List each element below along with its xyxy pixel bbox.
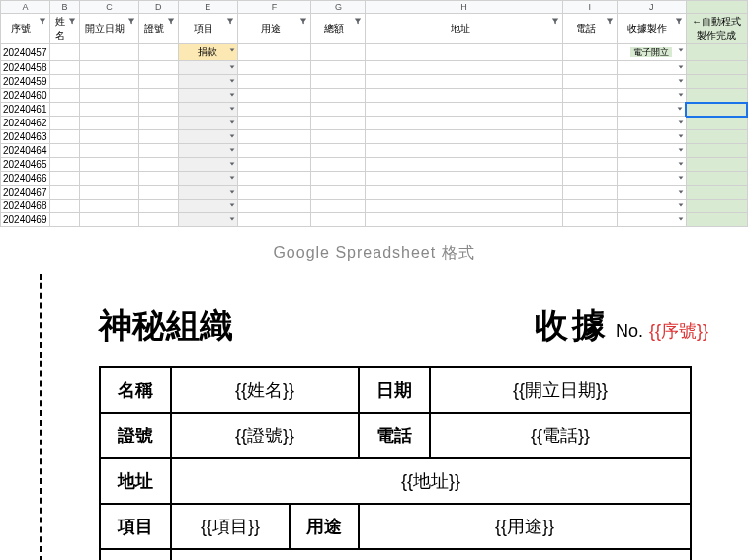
cell[interactable] [311, 186, 366, 200]
cell[interactable] [49, 200, 79, 213]
cell[interactable] [237, 89, 311, 103]
cell[interactable] [49, 186, 79, 200]
chevron-down-icon[interactable] [677, 159, 685, 170]
cell[interactable] [138, 172, 178, 186]
cell-auto[interactable] [686, 158, 747, 172]
cell-seq[interactable]: 20240460 [1, 89, 50, 103]
col-letter[interactable]: D [138, 1, 178, 14]
filter-icon[interactable] [674, 16, 684, 26]
cell-item-dropdown[interactable] [178, 200, 237, 213]
cell-seq[interactable]: 20240466 [1, 172, 50, 186]
col-letter[interactable]: F [237, 1, 311, 14]
filter-icon[interactable] [67, 16, 77, 26]
cell-seq[interactable]: 20240463 [1, 130, 50, 144]
chevron-down-icon[interactable] [228, 173, 236, 184]
chevron-down-icon[interactable] [676, 104, 684, 115]
cell[interactable] [311, 200, 366, 213]
chevron-down-icon[interactable] [677, 131, 685, 142]
cell[interactable] [562, 158, 617, 172]
col-letter[interactable]: C [79, 1, 138, 14]
cell[interactable] [237, 130, 311, 144]
chevron-down-icon[interactable] [228, 104, 236, 115]
chevron-down-icon[interactable] [228, 159, 236, 170]
cell[interactable] [79, 213, 138, 227]
cell[interactable] [49, 117, 79, 130]
filter-icon[interactable] [166, 16, 176, 26]
filter-icon[interactable] [550, 16, 560, 26]
chevron-down-icon[interactable] [228, 90, 236, 101]
cell-item-dropdown[interactable] [178, 117, 237, 130]
col-letter[interactable]: I [562, 1, 617, 14]
cell[interactable] [366, 144, 562, 158]
cell[interactable] [49, 75, 79, 89]
header-item[interactable]: 項目 [178, 14, 237, 44]
cell[interactable] [237, 44, 311, 61]
cell[interactable] [79, 144, 138, 158]
cell-item-dropdown[interactable]: 捐款 [178, 44, 237, 61]
cell[interactable] [138, 61, 178, 75]
cell[interactable] [49, 89, 79, 103]
header-id[interactable]: 證號 [138, 14, 178, 44]
chevron-down-icon[interactable] [228, 214, 236, 225]
col-letter[interactable]: A [1, 1, 50, 14]
cell-seq[interactable]: 20240458 [1, 61, 50, 75]
cell[interactable] [79, 61, 138, 75]
cell[interactable] [562, 75, 617, 89]
cell-seq[interactable]: 20240462 [1, 117, 50, 130]
cell-item-dropdown[interactable] [178, 89, 237, 103]
cell[interactable] [138, 200, 178, 213]
filter-icon[interactable] [225, 16, 235, 26]
cell[interactable] [138, 117, 178, 130]
cell[interactable] [237, 117, 311, 130]
cell[interactable] [562, 89, 617, 103]
cell[interactable] [366, 75, 562, 89]
cell-receipt-dropdown[interactable] [617, 89, 686, 103]
cell[interactable] [237, 144, 311, 158]
cell[interactable] [49, 172, 79, 186]
cell[interactable] [138, 213, 178, 227]
chevron-down-icon[interactable] [677, 118, 685, 128]
cell[interactable] [562, 172, 617, 186]
cell[interactable] [311, 130, 366, 144]
cell[interactable] [237, 75, 311, 89]
header-addr[interactable]: 地址 [366, 14, 562, 44]
cell-receipt-dropdown[interactable] [617, 117, 686, 130]
cell[interactable] [79, 186, 138, 200]
cell[interactable] [562, 200, 617, 213]
cell[interactable] [79, 44, 138, 61]
cell[interactable] [562, 130, 617, 144]
cell[interactable] [79, 172, 138, 186]
cell-seq[interactable]: 20240465 [1, 158, 50, 172]
cell[interactable] [237, 200, 311, 213]
cell[interactable] [311, 89, 366, 103]
cell[interactable] [138, 186, 178, 200]
cell-receipt-dropdown[interactable] [617, 200, 686, 213]
cell[interactable] [311, 103, 366, 117]
cell[interactable] [311, 75, 366, 89]
cell[interactable] [562, 103, 617, 117]
cell[interactable] [138, 130, 178, 144]
cell-receipt-dropdown[interactable]: 電子開立 [617, 44, 686, 61]
cell-auto[interactable] [686, 200, 747, 213]
header-receipt[interactable]: 收據製作 [617, 14, 686, 44]
cell[interactable] [366, 89, 562, 103]
cell[interactable] [237, 186, 311, 200]
cell-seq[interactable]: 20240459 [1, 75, 50, 89]
cell[interactable] [79, 130, 138, 144]
cell[interactable] [49, 44, 79, 61]
cell-seq[interactable]: 20240461 [1, 103, 50, 117]
cell-receipt-dropdown[interactable] [617, 172, 686, 186]
header-use[interactable]: 用途 [237, 14, 311, 44]
filter-icon[interactable] [353, 16, 363, 26]
cell[interactable] [311, 44, 366, 61]
cell[interactable] [562, 117, 617, 130]
cell[interactable] [49, 144, 79, 158]
chevron-down-icon[interactable] [677, 187, 685, 198]
col-letter[interactable]: H [366, 1, 562, 14]
cell-receipt-dropdown[interactable] [617, 186, 686, 200]
header-total[interactable]: 總額 [311, 14, 366, 44]
cell-item-dropdown[interactable] [178, 130, 237, 144]
cell-receipt-dropdown[interactable] [617, 144, 686, 158]
filter-icon[interactable] [298, 16, 308, 26]
cell[interactable] [49, 130, 79, 144]
